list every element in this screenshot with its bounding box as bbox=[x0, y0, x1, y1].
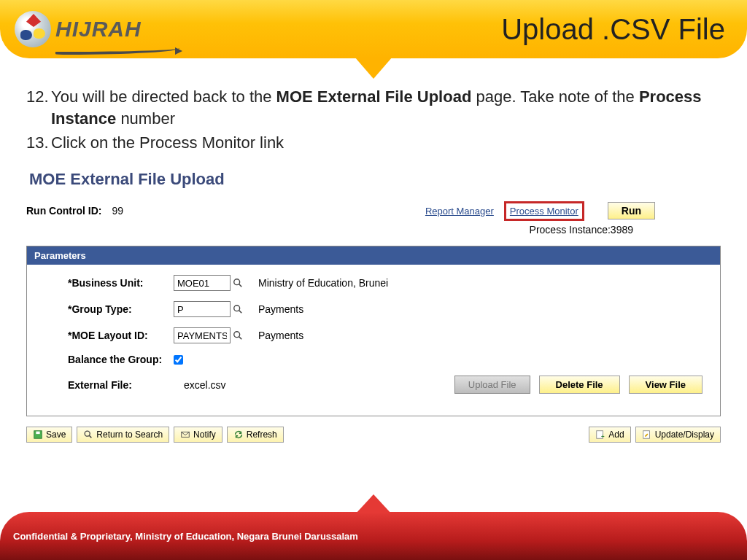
external-file-row: External File: excel.csv Upload File Del… bbox=[68, 376, 703, 394]
view-file-button[interactable]: View File bbox=[629, 376, 703, 394]
globe-icon bbox=[15, 11, 51, 47]
refresh-button[interactable]: Refresh bbox=[227, 427, 284, 443]
instruction-bold: MOE External File Upload bbox=[276, 88, 472, 106]
process-monitor-link[interactable]: Process Monitor bbox=[507, 204, 581, 218]
save-icon bbox=[33, 429, 43, 440]
notify-button[interactable]: Notify bbox=[174, 427, 222, 443]
instruction-text: You will be directed back to the bbox=[51, 88, 276, 106]
embedded-screenshot: MOE External File Upload Run Control ID:… bbox=[26, 170, 721, 443]
instruction-item: 12. You will be directed back to the MOE… bbox=[26, 86, 721, 129]
lookup-icon[interactable] bbox=[231, 328, 245, 343]
lookup-icon[interactable] bbox=[231, 302, 245, 316]
business-unit-label: *Business Unit: bbox=[68, 277, 174, 289]
parameters-header: Parameters bbox=[27, 246, 720, 265]
process-instance-text: Process Instance:3989 bbox=[26, 224, 633, 236]
logo-text: HIJRAH bbox=[55, 17, 142, 42]
run-button[interactable]: Run bbox=[608, 202, 655, 219]
instruction-text: Click on the Process Monitor link bbox=[51, 132, 284, 154]
moe-layout-desc: Payments bbox=[258, 330, 303, 341]
business-unit-input[interactable] bbox=[174, 275, 231, 291]
instruction-text: number bbox=[116, 109, 175, 128]
group-type-row: *Group Type: Payments bbox=[68, 301, 703, 317]
footer-pointer-icon bbox=[356, 494, 391, 513]
moe-layout-label: *MOE Layout ID: bbox=[68, 330, 174, 341]
moe-layout-input[interactable] bbox=[174, 327, 231, 343]
update-display-button[interactable]: Update/Display bbox=[635, 427, 721, 443]
instruction-item: 13. Click on the Process Monitor link bbox=[26, 132, 721, 154]
group-type-desc: Payments bbox=[258, 303, 303, 315]
business-unit-desc: Ministry of Education, Brunei bbox=[258, 277, 388, 289]
balance-group-checkbox[interactable] bbox=[174, 355, 183, 365]
add-button[interactable]: +Add bbox=[589, 427, 630, 443]
svg-text:+: + bbox=[601, 433, 605, 440]
svg-line-5 bbox=[239, 337, 242, 340]
external-file-label: External File: bbox=[68, 379, 174, 391]
run-control-value: 99 bbox=[112, 205, 123, 217]
return-to-search-button[interactable]: Return to Search bbox=[77, 427, 169, 443]
external-file-name: excel.csv bbox=[184, 379, 226, 391]
group-type-label: *Group Type: bbox=[68, 303, 174, 315]
svg-point-8 bbox=[85, 431, 90, 436]
svg-point-2 bbox=[234, 306, 240, 311]
update-icon bbox=[642, 429, 652, 440]
group-type-input[interactable] bbox=[174, 301, 231, 317]
instruction-number: 13. bbox=[26, 132, 51, 154]
report-manager-link[interactable]: Report Manager bbox=[425, 206, 494, 217]
section-heading: MOE External File Upload bbox=[29, 170, 721, 189]
business-unit-row: *Business Unit: Ministry of Education, B… bbox=[68, 275, 703, 291]
footer-text: Confidential & Proprietary, Ministry of … bbox=[13, 531, 358, 542]
delete-file-button[interactable]: Delete File bbox=[539, 376, 620, 394]
swoosh-icon bbox=[55, 47, 179, 55]
svg-line-3 bbox=[239, 311, 242, 314]
footer-banner: Confidential & Proprietary, Ministry of … bbox=[0, 512, 747, 560]
run-control-row: Run Control ID: 99 Report Manager Proces… bbox=[26, 202, 721, 219]
save-button[interactable]: Save bbox=[26, 427, 72, 443]
page-title: Upload .CSV File bbox=[501, 13, 732, 46]
instruction-number: 12. bbox=[26, 86, 51, 129]
svg-point-0 bbox=[234, 279, 240, 285]
header-pointer-icon bbox=[355, 57, 392, 79]
balance-group-label: Balance the Group: bbox=[68, 354, 174, 365]
search-icon bbox=[83, 429, 93, 440]
refresh-icon bbox=[233, 429, 244, 440]
svg-rect-7 bbox=[36, 432, 39, 435]
header-banner: HIJRAH Upload .CSV File bbox=[0, 0, 747, 58]
balance-group-row: Balance the Group: bbox=[68, 354, 703, 365]
logo: HIJRAH bbox=[15, 11, 142, 47]
moe-layout-row: *MOE Layout ID: Payments bbox=[68, 327, 703, 343]
parameters-panel: Parameters *Business Unit: Ministry of E… bbox=[26, 246, 721, 416]
lookup-icon[interactable] bbox=[231, 276, 245, 290]
svg-line-9 bbox=[90, 435, 92, 438]
svg-line-1 bbox=[239, 284, 242, 287]
upload-file-button: Upload File bbox=[454, 376, 530, 394]
action-toolbar: Save Return to Search Notify Refresh +Ad… bbox=[26, 427, 721, 443]
run-control-label: Run Control ID: bbox=[26, 205, 101, 217]
svg-point-4 bbox=[234, 332, 240, 338]
envelope-icon bbox=[180, 429, 190, 440]
add-icon: + bbox=[595, 429, 605, 440]
instruction-text: page. Take note of the bbox=[471, 88, 639, 106]
